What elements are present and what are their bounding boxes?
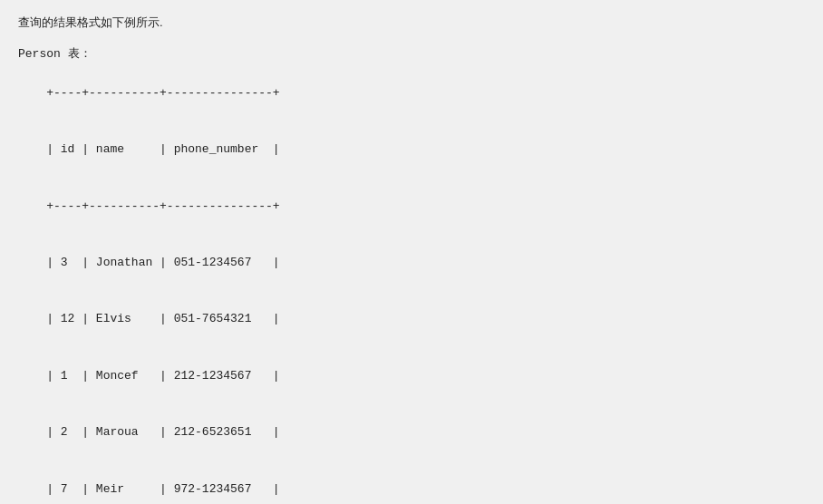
person-table-section: Person 表： +----+----------+-------------… <box>18 45 805 504</box>
person-row-2: | 1 | Moncef | 212-1234567 | <box>46 369 279 383</box>
intro-text: 查询的结果格式如下例所示. <box>18 15 805 31</box>
person-row-4: | 7 | Meir | 972-1234567 | <box>46 482 279 496</box>
person-row-0: | 3 | Jonathan | 051-1234567 | <box>46 256 279 269</box>
person-ascii-table: +----+----------+---------------+ | id |… <box>18 65 805 504</box>
person-sep-mid: +----+----------+---------------+ <box>46 199 279 213</box>
person-header: | id | name | phone_number | <box>46 142 279 156</box>
person-table-title: Person 表： <box>18 45 805 62</box>
person-row-1: | 12 | Elvis | 051-7654321 | <box>46 312 279 325</box>
person-row-3: | 2 | Maroua | 212-6523651 | <box>46 425 279 439</box>
person-sep-top: +----+----------+---------------+ <box>46 86 279 100</box>
